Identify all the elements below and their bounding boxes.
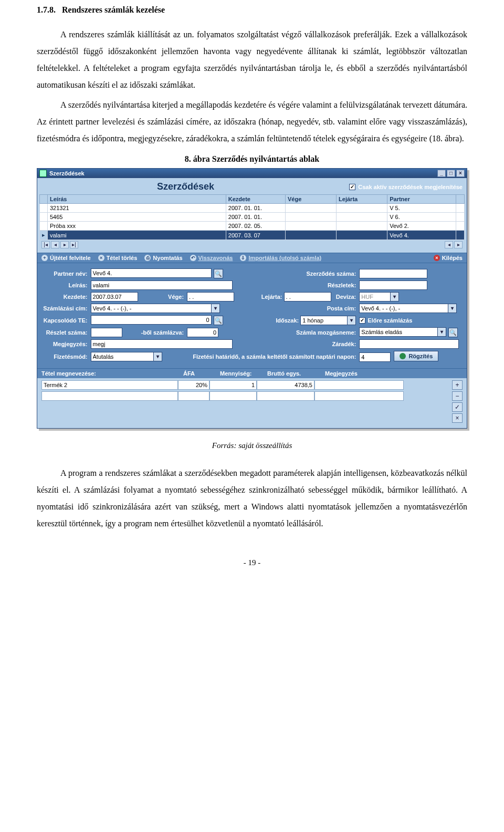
confirm-line-button[interactable]: ✓ — [452, 402, 463, 412]
lbl-deviza: Deviza: — [336, 294, 356, 300]
remove-line-button[interactable]: − — [452, 391, 463, 401]
lbl-reszletek: Részletek: — [243, 280, 359, 290]
paragraph-2: A szerződés nyilvántartása kiterjed a me… — [37, 97, 467, 147]
reszletek-field[interactable] — [359, 280, 427, 290]
paragraph-3: A program a rendszeres számlákat a szerz… — [37, 465, 467, 532]
nav-hscroll-right[interactable]: ▸ — [454, 241, 463, 248]
lbl-fizhat: Fizetési határidő, a számla keltétől szá… — [187, 351, 359, 362]
col-leiras[interactable]: Leírás — [48, 195, 226, 204]
szamcim-field[interactable] — [91, 304, 212, 313]
section-heading: 1.7.8. Rendszeres számlák kezelése — [37, 5, 467, 15]
nav-next-button[interactable]: ▸ — [60, 241, 69, 248]
dropdown-icon[interactable]: ▾ — [391, 292, 399, 301]
close-button[interactable]: × — [456, 170, 465, 177]
figure-caption: 8. ábra Szerződés nyilvántartás ablak — [37, 154, 467, 164]
minimize-button[interactable]: _ — [437, 170, 446, 177]
dropdown-icon[interactable]: ▾ — [438, 327, 446, 337]
zaradek-field[interactable] — [359, 339, 459, 349]
page-number: - 19 - — [37, 558, 467, 567]
fizmod-field[interactable] — [91, 352, 154, 361]
item-tetel-field[interactable] — [41, 391, 178, 401]
nav-first-button[interactable]: |◂ — [41, 241, 50, 248]
heading-title: Rendszeres számlák kezelése — [62, 5, 165, 14]
partner-lookup-icon[interactable]: 🔍 — [214, 269, 223, 278]
bolszaml-field[interactable] — [187, 328, 218, 337]
item-megj-field[interactable] — [314, 380, 404, 390]
nav-prev-button[interactable]: ◂ — [51, 241, 59, 248]
paragraph-1: A rendszeres számlák kiállítását az un. … — [37, 26, 467, 93]
lbl-bolszaml: -ből számlázva: — [140, 327, 187, 337]
table-row[interactable]: Próba xxx 2007. 02. 05. Vevő 2. — [40, 222, 465, 231]
item-brutto-field[interactable] — [257, 380, 314, 390]
fizhat-field[interactable] — [359, 352, 391, 362]
dropdown-icon[interactable]: ▾ — [212, 304, 220, 313]
check-icon: ✓ — [349, 184, 355, 190]
col-kezdete[interactable]: Kezdete — [226, 195, 285, 204]
maximize-button[interactable]: □ — [447, 170, 455, 177]
col-vege[interactable]: Vége — [286, 195, 337, 204]
vege-field[interactable] — [187, 292, 234, 301]
idoszak-field[interactable] — [300, 316, 348, 325]
new-item-button[interactable]: +Újtétel felvitele — [41, 255, 91, 261]
nav-hscroll-left[interactable]: ◂ — [445, 241, 453, 248]
import-button[interactable]: ⇩Importálás (utolsó számla) — [240, 255, 321, 261]
contract-number-field[interactable] — [359, 269, 427, 278]
exit-button[interactable]: ×Kilépés — [434, 255, 463, 261]
lbl-postacim: Posta cím: — [243, 304, 359, 313]
print-button[interactable]: ⎙Nyomtatás — [144, 255, 182, 261]
lbl-leiras: Leírás: — [41, 280, 91, 290]
postacim-field[interactable] — [359, 304, 448, 313]
item-tetel-field[interactable] — [41, 380, 178, 390]
line-items-body: + − ✓ × — [37, 378, 467, 428]
line-items-header: Tétel megnevezése: ÁFA Mennyiség: Bruttó… — [37, 368, 467, 378]
col-partner[interactable]: Partner — [387, 195, 456, 204]
active-only-checkbox[interactable]: ✓ Csak aktív szerződések megjelenítése — [349, 184, 463, 190]
leiras-field[interactable] — [91, 280, 233, 290]
dropdown-icon[interactable]: ▾ — [448, 304, 457, 313]
undo-button[interactable]: ↶Visszavonás — [190, 255, 233, 261]
lbl-partner: Partner név: — [41, 268, 91, 278]
kapte-lookup-icon[interactable]: 🔍 — [214, 316, 223, 325]
nav-last-button[interactable]: ▸| — [70, 241, 78, 248]
mozgasnem-field[interactable] — [359, 327, 438, 337]
save-button[interactable]: Rögzítés — [394, 351, 438, 361]
deviza-field[interactable] — [359, 292, 391, 301]
add-line-button[interactable]: + — [452, 380, 463, 390]
item-afa-field[interactable] — [178, 380, 209, 390]
item-brutto-field[interactable] — [257, 391, 314, 401]
delete-item-button[interactable]: ×Tétel törlés — [98, 255, 138, 261]
figure-source: Forrás: saját összeállítás — [37, 441, 467, 450]
app-icon — [39, 170, 47, 177]
page-title: Szerződések — [157, 181, 214, 192]
table-row-selected[interactable]: ▸ valami 2007. 03. 07 Vevő 4. — [40, 231, 465, 240]
table-row[interactable]: 5465 2007. 01. 01. V 6. — [40, 213, 465, 222]
kapte-field[interactable] — [91, 315, 212, 325]
col-lejarta[interactable]: Lejárta — [337, 195, 387, 204]
lejarta-field[interactable] — [284, 292, 331, 301]
table-header-row: Leírás Kezdete Vége Lejárta Partner — [40, 195, 465, 204]
item-menny-field[interactable] — [209, 380, 257, 390]
lbl-megj: Megjegyzés: — [41, 339, 91, 349]
table-row[interactable]: 321321 2007. 01. 01. V 5. — [40, 204, 465, 213]
line-item-row[interactable] — [41, 380, 404, 390]
item-menny-field[interactable] — [209, 391, 257, 401]
cancel-line-button[interactable]: × — [452, 413, 463, 423]
item-afa-field[interactable] — [178, 391, 209, 401]
kezdete-field[interactable] — [91, 292, 138, 301]
x-icon: × — [98, 255, 104, 261]
col-menny: Mennyiség: — [220, 370, 267, 377]
item-megj-field[interactable] — [314, 391, 404, 401]
col-brutto: Bruttó egys. — [267, 370, 325, 377]
lbl-szerzszam: Szerződés száma: — [243, 268, 359, 278]
partner-field[interactable] — [91, 268, 212, 278]
dropdown-icon[interactable]: ▾ — [154, 352, 162, 361]
dropdown-icon[interactable]: ▾ — [348, 316, 356, 325]
mozgasnem-lookup-icon[interactable]: 🔍 — [448, 328, 458, 337]
elore-checkbox[interactable]: ✓Előre számlázás — [359, 317, 412, 324]
line-item-side-buttons: + − ✓ × — [452, 380, 463, 423]
megj-field[interactable] — [91, 339, 233, 349]
reszletszama-field[interactable] — [91, 328, 122, 337]
heading-number: 1.7.8. — [37, 5, 56, 14]
printer-icon: ⎙ — [144, 255, 151, 261]
plus-icon: + — [41, 255, 48, 261]
